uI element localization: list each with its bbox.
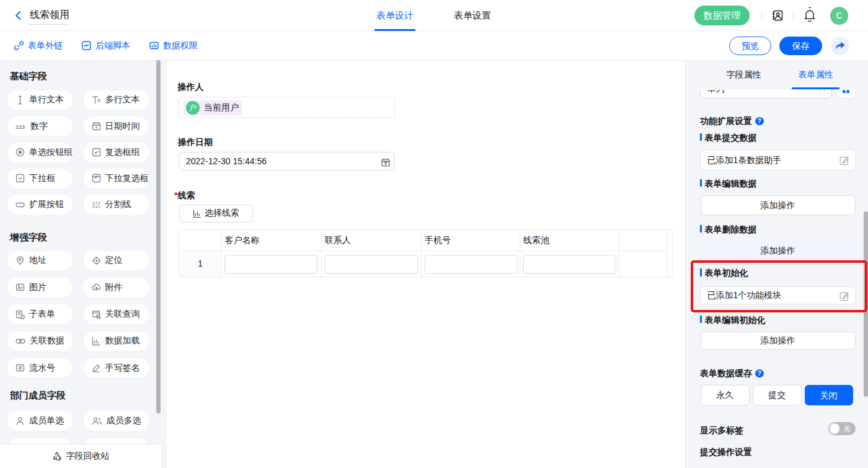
svg-text:123: 123 (16, 123, 25, 130)
